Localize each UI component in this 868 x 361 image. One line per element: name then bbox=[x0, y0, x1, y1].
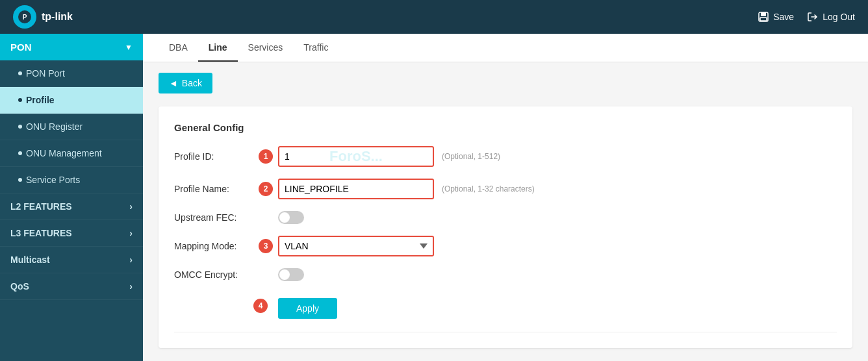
tab-line[interactable]: Line bbox=[198, 34, 238, 62]
logout-label: Log Out bbox=[823, 12, 855, 22]
sidebar-item-pon-port[interactable]: PON Port bbox=[0, 60, 143, 87]
tabs-bar: DBA Line Services Traffic bbox=[143, 34, 868, 62]
dot-icon bbox=[18, 178, 22, 182]
sidebar-item-label: ONU Register bbox=[26, 121, 83, 132]
profile-name-hint: (Optional, 1-32 characters) bbox=[442, 184, 535, 193]
step-badge-2: 2 bbox=[259, 182, 273, 196]
profile-id-hint: (Optional, 1-512) bbox=[442, 152, 500, 161]
form-row-apply: 4 Apply bbox=[174, 293, 837, 319]
mapping-mode-wrapper: 3 VLAN GEM Port bbox=[278, 236, 434, 256]
form-card: General Config Profile ID: 1 ForoS. bbox=[159, 106, 852, 348]
sidebar-item-label: Profile bbox=[26, 95, 55, 105]
sidebar-item-onu-register[interactable]: ONU Register bbox=[0, 114, 143, 140]
logo-text: tp-link bbox=[42, 11, 73, 23]
form-row-profile-id: Profile ID: 1 ForoS... (Optional, 1-512) bbox=[174, 146, 837, 167]
header-actions: Save Log Out bbox=[758, 11, 855, 23]
bottom-divider bbox=[174, 332, 837, 332]
omcc-encrypt-label: OMCC Encrypt: bbox=[174, 269, 278, 280]
back-button[interactable]: ◄ Back bbox=[159, 73, 212, 93]
sidebar-group-label: Multicast bbox=[10, 255, 50, 265]
back-arrow-icon: ◄ bbox=[169, 78, 178, 88]
logo-icon: P bbox=[13, 5, 36, 29]
profile-id-wrapper: 1 ForoS... (Optional, 1-512) bbox=[278, 146, 500, 167]
sidebar-group-label: L2 FEATURES bbox=[10, 201, 72, 212]
upstream-fec-control bbox=[278, 211, 304, 224]
content-area: DBA Line Services Traffic ◄ Back General… bbox=[143, 34, 868, 361]
save-button[interactable]: Save bbox=[758, 11, 794, 23]
chevron-right-icon: › bbox=[129, 281, 133, 292]
logout-icon bbox=[807, 11, 819, 23]
sidebar-group-label: QoS bbox=[10, 281, 29, 292]
sidebar-group-label: L3 FEATURES bbox=[10, 228, 72, 238]
back-label: Back bbox=[182, 78, 202, 88]
sidebar-item-label: Service Ports bbox=[26, 175, 80, 185]
upstream-fec-label: Upstream FEC: bbox=[174, 212, 278, 223]
sidebar-pon-label: PON bbox=[10, 42, 32, 53]
step-badge-3: 3 bbox=[259, 239, 273, 253]
tab-traffic[interactable]: Traffic bbox=[293, 34, 338, 62]
svg-text:P: P bbox=[23, 14, 27, 21]
form-row-mapping-mode: Mapping Mode: 3 VLAN GEM Port bbox=[174, 236, 837, 256]
chevron-right-icon: › bbox=[129, 201, 133, 212]
sidebar: PON ▼ PON Port Profile ONU Register ONU … bbox=[0, 34, 143, 361]
sidebar-item-label: ONU Management bbox=[26, 148, 102, 158]
profile-id-input[interactable] bbox=[278, 146, 434, 167]
svg-rect-3 bbox=[761, 12, 766, 16]
save-icon bbox=[758, 11, 769, 23]
dot-icon bbox=[18, 98, 22, 102]
content-body: ◄ Back General Config Profile ID: 1 bbox=[143, 62, 868, 361]
dot-icon bbox=[18, 71, 22, 75]
chevron-down-icon: ▼ bbox=[125, 43, 133, 52]
chevron-right-icon: › bbox=[129, 255, 133, 265]
dot-icon bbox=[18, 125, 22, 129]
mapping-mode-control: VLAN GEM Port bbox=[278, 236, 434, 256]
main-layout: PON ▼ PON Port Profile ONU Register ONU … bbox=[0, 34, 868, 361]
sidebar-group-qos[interactable]: QoS › bbox=[0, 273, 143, 300]
form-title: General Config bbox=[174, 122, 837, 133]
profile-name-control: (Optional, 1-32 characters) bbox=[278, 179, 535, 199]
form-row-profile-name: Profile Name: 2 (Optional, 1-32 characte… bbox=[174, 179, 837, 199]
mapping-mode-select[interactable]: VLAN GEM Port bbox=[278, 236, 434, 256]
sidebar-item-service-ports[interactable]: Service Ports bbox=[0, 167, 143, 193]
header: P tp-link Save Log Out bbox=[0, 0, 868, 34]
form-row-upstream-fec: Upstream FEC: bbox=[174, 211, 837, 224]
apply-wrapper: 4 Apply bbox=[278, 293, 337, 319]
profile-name-input[interactable] bbox=[278, 179, 434, 199]
sidebar-pon-header[interactable]: PON ▼ bbox=[0, 34, 143, 60]
profile-name-wrapper: 2 (Optional, 1-32 characters) bbox=[278, 179, 535, 199]
dot-icon bbox=[18, 151, 22, 155]
sidebar-item-onu-management[interactable]: ONU Management bbox=[0, 140, 143, 167]
logout-button[interactable]: Log Out bbox=[807, 11, 855, 23]
sidebar-group-multicast[interactable]: Multicast › bbox=[0, 247, 143, 273]
upstream-fec-toggle[interactable] bbox=[278, 211, 304, 224]
sidebar-item-profile[interactable]: Profile bbox=[0, 87, 143, 114]
profile-id-control: ForoS... (Optional, 1-512) bbox=[278, 146, 500, 167]
sidebar-item-label: PON Port bbox=[26, 68, 65, 79]
form-row-omcc-encrypt: OMCC Encrypt: bbox=[174, 268, 837, 281]
sidebar-group-l3-features[interactable]: L3 FEATURES › bbox=[0, 220, 143, 247]
tab-dba[interactable]: DBA bbox=[159, 34, 198, 62]
step-badge-4: 4 bbox=[253, 299, 268, 313]
chevron-right-icon: › bbox=[129, 228, 133, 238]
tab-services[interactable]: Services bbox=[238, 34, 294, 62]
svg-rect-4 bbox=[760, 18, 767, 21]
omcc-encrypt-control bbox=[278, 268, 304, 281]
step-badge-1: 1 bbox=[259, 149, 273, 164]
omcc-encrypt-toggle[interactable] bbox=[278, 268, 304, 281]
apply-button-label: Apply bbox=[296, 303, 319, 314]
save-label: Save bbox=[773, 12, 794, 22]
sidebar-group-l2-features[interactable]: L2 FEATURES › bbox=[0, 193, 143, 220]
logo-area: P tp-link bbox=[13, 5, 73, 29]
apply-button[interactable]: Apply bbox=[278, 298, 337, 319]
